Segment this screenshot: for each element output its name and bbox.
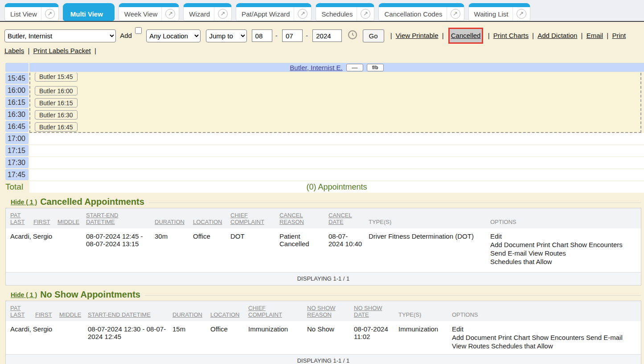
tab-multi-view[interactable]: Multi View — [63, 3, 115, 21]
add-document-link[interactable]: Add Document — [452, 334, 496, 341]
provider-select[interactable]: Butler, Internist — [4, 29, 116, 42]
link-separator: | — [581, 32, 583, 39]
jump-to-select[interactable]: Jump to — [206, 29, 247, 42]
col-cancel-reason[interactable]: CANCEL REASON — [279, 208, 328, 228]
show-encounters-link[interactable]: Show Encounters — [532, 334, 584, 341]
tab-list-view[interactable]: List View ↗ — [4, 3, 59, 21]
cancelled-hide-link[interactable]: Hide ( 1 ) — [11, 199, 37, 206]
print-chart-link[interactable]: Print Chart — [536, 241, 568, 248]
provider-column: Butler, Internist E. — f/b Butler 15:45 … — [29, 63, 644, 193]
open-new-window-icon[interactable]: ↗ — [298, 9, 308, 19]
open-new-window-icon[interactable]: ↗ — [451, 9, 460, 19]
col-middle[interactable]: MIDDLE — [59, 301, 88, 321]
cancelled-appointments-table: PAT LAST FIRST MIDDLE START-END DATETIME… — [6, 208, 641, 272]
appointment-slot-button[interactable]: Butler 16:15 — [35, 98, 78, 108]
edit-link[interactable]: Edit — [490, 232, 502, 240]
go-button[interactable]: Go — [363, 29, 384, 42]
col-label[interactable]: DURATION — [155, 219, 185, 225]
edit-link[interactable]: Edit — [452, 325, 464, 333]
col-no-show-date[interactable]: NO SHOW DATE — [354, 301, 398, 321]
open-new-window-icon[interactable]: ↗ — [218, 9, 228, 19]
tab-schedules[interactable]: Schedules ↗ — [316, 3, 374, 21]
send-email-link[interactable]: Send E-mail — [490, 249, 527, 257]
col-label[interactable]: MIDDLE — [59, 311, 81, 318]
cancelled-link[interactable]: Cancelled — [451, 32, 481, 39]
view-routes-link[interactable]: View Routes — [452, 342, 489, 350]
appointment-slot-button[interactable]: Butler 16:30 — [35, 110, 78, 120]
col-label[interactable]: FIRST — [35, 311, 52, 318]
col-cancel-date[interactable]: CANCEL DATE — [328, 208, 369, 228]
col-duration[interactable]: DURATION — [155, 208, 193, 228]
col-chief-complaint[interactable]: CHIEF COMPLAINT — [230, 208, 279, 228]
add-checkbox[interactable] — [135, 27, 142, 34]
col-label[interactable]: START-END DATETIME — [86, 212, 118, 225]
tab-week-view[interactable]: Week View ↗ — [119, 3, 179, 21]
time-slot-label: 15:45 — [5, 73, 29, 84]
col-label[interactable]: CANCEL REASON — [279, 212, 304, 225]
email-link[interactable]: Email — [587, 32, 603, 39]
col-label[interactable]: MIDDLE — [57, 219, 79, 225]
col-label[interactable]: CANCEL DATE — [328, 212, 352, 225]
col-label[interactable]: PAT LAST — [10, 212, 25, 225]
col-types: TYPE(S) — [369, 208, 490, 228]
add-dictation-link[interactable]: Add Dictation — [537, 32, 577, 39]
col-label[interactable]: FIRST — [33, 219, 50, 225]
col-start-end-datetime[interactable]: START-END DATETIME — [88, 301, 172, 321]
view-routes-link[interactable]: View Routes — [529, 249, 566, 257]
tab-pat-appt-wizard[interactable]: Pat/Appt Wizard ↗ — [236, 3, 312, 21]
appointment-slot-button[interactable]: Butler 16:00 — [35, 86, 78, 95]
col-no-show-reason[interactable]: NO SHOW REASON — [307, 301, 354, 321]
appointment-slot-button[interactable]: Butler 16:45 — [35, 122, 78, 132]
tab-wizard[interactable]: Wizard ↗ — [183, 3, 232, 21]
appointment-slot-button[interactable]: Butler 15:45 — [35, 73, 78, 82]
tab-waiting-list[interactable]: Waiting List ↗ — [468, 3, 530, 21]
col-pat-last[interactable]: PAT LAST — [6, 301, 35, 321]
col-chief-complaint[interactable]: CHIEF COMPLAINT — [248, 301, 307, 321]
date-month-input[interactable] — [252, 29, 272, 42]
col-label: TYPE(S) — [398, 311, 421, 318]
tab-cancellation-codes[interactable]: Cancellation Codes ↗ — [378, 3, 464, 21]
print-charts-link[interactable]: Print Charts — [493, 32, 529, 39]
open-new-window-icon[interactable]: ↗ — [517, 9, 526, 19]
provider-link[interactable]: Butler, Internist E. — [290, 64, 342, 71]
date-year-input[interactable] — [312, 29, 342, 42]
open-new-window-icon[interactable]: ↗ — [165, 9, 175, 19]
minimize-column-button[interactable]: — — [346, 64, 363, 71]
cell-cancel-reason: Patient Cancelled — [279, 228, 328, 272]
col-start-end-datetime[interactable]: START-END DATETIME — [86, 208, 155, 228]
schedules-that-allow-link[interactable]: Schedules that Allow — [490, 258, 552, 265]
print-labels-packet-link[interactable]: Print Labels Packet — [33, 47, 90, 54]
date-day-input[interactable] — [282, 29, 303, 42]
location-select[interactable]: Any Location — [146, 29, 201, 42]
col-label[interactable]: PAT LAST — [10, 305, 25, 318]
col-label[interactable]: LOCATION — [193, 219, 222, 225]
col-first[interactable]: FIRST — [35, 301, 59, 321]
col-location[interactable]: LOCATION — [193, 208, 230, 228]
noshow-appointments-table-box: PAT LAST FIRST MIDDLE START-END DATETIME… — [5, 301, 641, 364]
date-separator: - — [275, 32, 278, 39]
open-new-window-icon[interactable]: ↗ — [45, 9, 55, 19]
col-label[interactable]: CHIEF COMPLAINT — [230, 212, 264, 225]
print-chart-link[interactable]: Print Chart — [498, 334, 530, 341]
front-back-toggle-button[interactable]: f/b — [367, 64, 384, 71]
tab-label: Cancellation Codes — [384, 10, 446, 18]
col-label[interactable]: DURATION — [172, 311, 202, 318]
col-location[interactable]: LOCATION — [210, 301, 248, 321]
col-label[interactable]: LOCATION — [210, 311, 240, 318]
col-duration[interactable]: DURATION — [172, 301, 210, 321]
open-new-window-icon[interactable]: ↗ — [361, 9, 370, 19]
add-document-link[interactable]: Add Document — [490, 241, 534, 248]
col-label[interactable]: START-END DATETIME — [88, 311, 151, 318]
send-email-link[interactable]: Send E-mail — [586, 334, 623, 341]
clock-icon[interactable] — [347, 29, 358, 40]
show-encounters-link[interactable]: Show Encounters — [570, 241, 623, 248]
col-label[interactable]: CHIEF COMPLAINT — [248, 305, 282, 318]
col-label[interactable]: NO SHOW DATE — [354, 305, 382, 318]
view-printable-link[interactable]: View Printable — [396, 32, 439, 39]
col-label[interactable]: NO SHOW REASON — [307, 305, 336, 318]
col-pat-last[interactable]: PAT LAST — [6, 208, 33, 228]
schedules-that-allow-link[interactable]: Schedules that Allow — [491, 342, 553, 350]
col-first[interactable]: FIRST — [33, 208, 57, 228]
col-middle[interactable]: MIDDLE — [57, 208, 86, 228]
noshow-hide-link[interactable]: Hide ( 1 ) — [11, 291, 37, 298]
